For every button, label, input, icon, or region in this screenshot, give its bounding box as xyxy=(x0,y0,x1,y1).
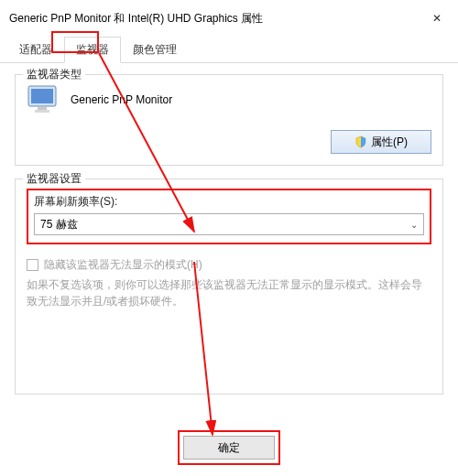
tab-strip: 适配器 监视器 颜色管理 xyxy=(0,37,458,63)
window-title: Generic PnP Monitor 和 Intel(R) UHD Graph… xyxy=(9,11,263,27)
group-title-settings: 监视器设置 xyxy=(23,171,85,187)
monitor-icon xyxy=(27,84,61,115)
hide-modes-hint: 如果不复选该项，则你可以选择那些该监视器无法正常显示的显示模式。这样会导致无法显… xyxy=(27,276,431,309)
properties-button[interactable]: 属性(P) xyxy=(331,130,431,154)
ok-button[interactable]: 确定 xyxy=(183,436,275,460)
close-button[interactable]: ✕ xyxy=(416,5,458,31)
hide-modes-label: 隐藏该监视器无法显示的模式(H) xyxy=(44,257,202,273)
group-monitor-settings: 监视器设置 屏幕刷新频率(S): 75 赫兹 ⌄ 隐藏该监视器无法显示的模式(H… xyxy=(15,178,443,395)
ok-highlight: 确定 xyxy=(178,430,280,465)
properties-dialog: Generic PnP Monitor 和 Intel(R) UHD Graph… xyxy=(0,0,458,476)
tab-monitor[interactable]: 监视器 xyxy=(64,37,121,63)
svg-rect-2 xyxy=(38,107,47,110)
shield-icon xyxy=(354,135,367,148)
tab-color[interactable]: 颜色管理 xyxy=(121,37,189,63)
tab-panel-monitor: 监视器类型 Generic PnP Monitor xyxy=(0,63,458,423)
refresh-rate-value: 75 赫兹 xyxy=(40,217,78,233)
chevron-down-icon: ⌄ xyxy=(410,220,418,230)
refresh-rate-region: 屏幕刷新频率(S): 75 赫兹 ⌄ xyxy=(27,189,431,244)
titlebar: Generic PnP Monitor 和 Intel(R) UHD Graph… xyxy=(0,0,458,37)
dialog-button-row: 确定 xyxy=(0,423,458,476)
hide-modes-row: 隐藏该监视器无法显示的模式(H) xyxy=(27,257,431,273)
group-monitor-type: 监视器类型 Generic PnP Monitor xyxy=(15,74,443,166)
group-title-type: 监视器类型 xyxy=(23,67,85,82)
svg-rect-1 xyxy=(31,89,53,103)
refresh-rate-select[interactable]: 75 赫兹 ⌄ xyxy=(34,213,424,235)
monitor-name: Generic PnP Monitor xyxy=(71,93,172,106)
ok-button-label: 确定 xyxy=(218,440,240,456)
tab-adapter[interactable]: 适配器 xyxy=(7,37,64,63)
hide-modes-checkbox[interactable] xyxy=(27,259,38,271)
properties-button-label: 属性(P) xyxy=(371,135,408,150)
svg-rect-3 xyxy=(35,110,49,113)
refresh-rate-label: 屏幕刷新频率(S): xyxy=(34,194,424,210)
monitor-row: Generic PnP Monitor xyxy=(27,84,431,115)
close-icon: ✕ xyxy=(432,12,442,25)
